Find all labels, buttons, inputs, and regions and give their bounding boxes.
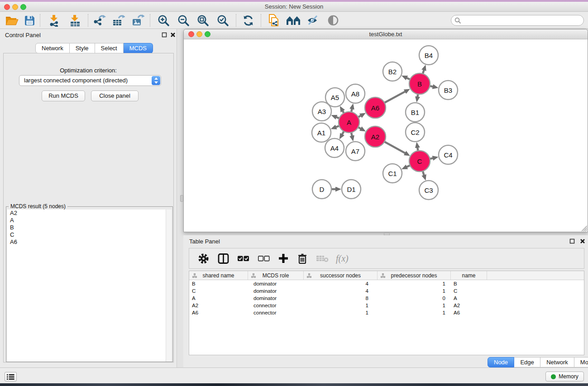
open-file-icon[interactable] [3,13,20,28]
deselect-all-icon[interactable] [258,255,270,262]
graph-node-C1[interactable]: C1 [383,164,402,183]
table-row-a2[interactable]: A2connector11A2 [189,302,584,309]
graph-node-C3[interactable]: C3 [419,181,438,200]
network-canvas[interactable]: AA1A2A3A4A5A6A7A8BB1B2B3B4CC1C2C3C4DD1 [184,40,588,232]
import-network-icon[interactable] [46,13,63,28]
zoom-selected-icon[interactable] [214,13,231,28]
cell-successor-nodes[interactable]: 4 [304,287,378,295]
show-panels-button[interactable] [5,372,17,381]
tab-select[interactable]: Select [95,43,124,53]
graph-node-A[interactable]: A [339,112,359,133]
mcds-result-scrollbar[interactable] [166,210,172,362]
graph-node-B2[interactable]: B2 [383,62,402,81]
graph-node-B1[interactable]: B1 [406,103,425,122]
close-table-panel-icon[interactable] [580,238,585,244]
cell-predecessor-nodes[interactable]: 1 [378,302,451,309]
column-header-successor-nodes[interactable]: successor nodes [304,271,378,280]
column-header-predecessor-nodes[interactable]: predecessor nodes [378,271,451,280]
optimization-select[interactable]: largest connected component (directed) [19,75,161,86]
cell-name[interactable]: C [451,287,487,295]
tab-edge-table[interactable]: Edge Table [514,357,540,367]
hide-selected-icon[interactable] [304,13,321,28]
cell-name[interactable]: A2 [451,302,487,309]
cell-mcds-role[interactable]: dominator [248,280,304,287]
graph-node-A4[interactable]: A4 [325,138,344,157]
mcds-result-item-b[interactable]: B [7,224,167,231]
memory-button[interactable]: Memory [545,372,584,381]
mcds-result-item-a2[interactable]: A2 [7,210,167,217]
graph-node-A7[interactable]: A7 [346,142,365,161]
cell-successor-nodes[interactable]: 1 [304,309,378,316]
mcds-result-list[interactable]: A2ABCA6 [7,210,167,362]
mcds-result-item-a6[interactable]: A6 [7,238,167,246]
cell-mcds-role[interactable]: connector [248,302,304,309]
show-columns-icon[interactable] [218,253,229,264]
cell-mcds-role[interactable]: connector [248,309,304,316]
add-column-icon[interactable] [278,253,289,264]
export-table-icon[interactable] [110,13,127,28]
vertical-divider-grip[interactable] [180,195,183,202]
zoom-in-icon[interactable] [155,13,172,28]
save-session-icon[interactable] [21,13,38,28]
cell-shared-name[interactable]: A [189,295,248,302]
graph-node-A2[interactable]: A2 [365,126,386,147]
graph-node-A6[interactable]: A6 [365,97,386,118]
table-row-a6[interactable]: A6connector11A6 [189,309,584,316]
table-row-c[interactable]: Cdominator41C [189,287,584,295]
mcds-result-item-a[interactable]: A [7,217,167,224]
cell-successor-nodes[interactable]: 8 [304,295,378,302]
cell-shared-name[interactable]: A2 [189,302,248,309]
graph-node-A1[interactable]: A1 [312,123,331,142]
show-all-icon[interactable] [325,13,342,28]
graph-node-B3[interactable]: B3 [439,81,458,100]
zoom-fit-icon[interactable] [194,13,211,28]
tab-network[interactable]: Network [35,43,70,53]
cell-predecessor-nodes[interactable]: 0 [378,295,451,302]
cell-predecessor-nodes[interactable]: 1 [378,309,451,316]
graph-node-D[interactable]: D [312,180,331,199]
cell-mcds-role[interactable]: dominator [248,295,304,302]
select-all-icon[interactable] [237,255,249,262]
export-image-icon[interactable] [129,13,147,28]
cell-predecessor-nodes[interactable]: 1 [378,287,451,295]
cell-name[interactable]: A [451,295,487,302]
cell-successor-nodes[interactable]: 1 [304,302,378,309]
graph-node-B[interactable]: B [409,73,430,94]
cell-name[interactable]: A6 [451,309,487,316]
graph-node-C4[interactable]: C4 [439,145,458,164]
export-network-icon[interactable] [91,13,108,28]
cell-shared-name[interactable]: B [189,280,248,287]
tab-node-table[interactable]: Node Table [488,357,514,367]
tab-motifs[interactable]: Motifs [574,357,588,367]
run-mcds-button[interactable]: Run MCDS [42,91,85,101]
refresh-view-icon[interactable] [239,13,257,28]
cell-predecessor-nodes[interactable]: 1 [378,280,451,287]
import-table-icon[interactable] [67,13,84,28]
cell-mcds-role[interactable]: dominator [248,287,304,295]
tab-mcds[interactable]: MCDS [124,43,153,53]
tab-network-table[interactable]: Network Table [540,357,574,367]
table-settings-icon[interactable] [197,253,210,265]
window-resize-grip[interactable] [580,224,587,231]
mcds-result-item-c[interactable]: C [7,231,167,238]
search-input[interactable] [463,16,581,24]
column-header-mcds-role[interactable]: MCDS role [248,271,304,280]
graph-node-A5[interactable]: A5 [325,88,344,107]
first-neighbors-icon[interactable] [285,13,302,28]
column-header-shared-name[interactable]: shared name [189,271,248,280]
delete-column-icon[interactable] [297,253,308,264]
zoom-out-icon[interactable] [175,13,192,28]
graph-node-D1[interactable]: D1 [342,180,361,199]
cell-successor-nodes[interactable]: 4 [304,280,378,287]
graph-node-C[interactable]: C [409,151,430,172]
tab-style[interactable]: Style [70,43,95,53]
table-row-b[interactable]: Bdominator41B [189,280,584,287]
column-header-name[interactable]: name [451,271,487,280]
graph-node-C2[interactable]: C2 [406,123,425,142]
float-panel-icon[interactable] [162,32,167,38]
cell-name[interactable]: B [451,280,487,287]
close-panel-icon[interactable] [170,32,176,38]
cell-shared-name[interactable]: C [189,287,248,295]
graph-node-B4[interactable]: B4 [419,46,438,65]
close-panel-button[interactable]: Close panel [91,91,139,101]
